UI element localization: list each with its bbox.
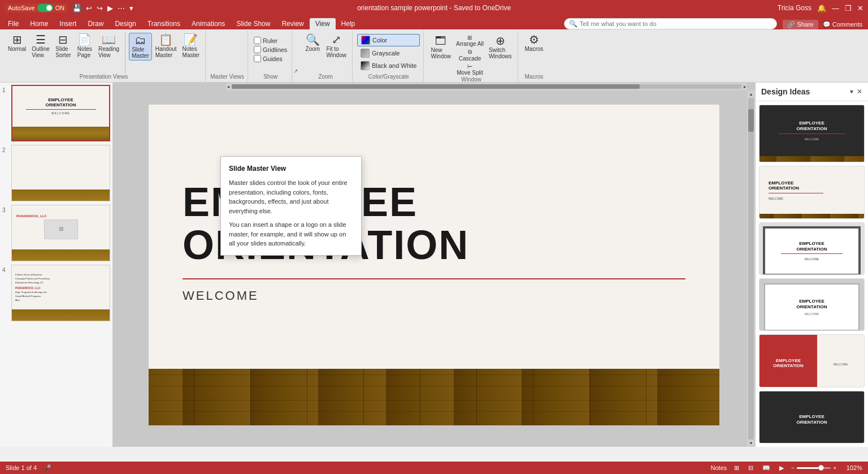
status-bar: Slide 1 of 4 🎤 Notes ⊞ ⊟ 📖 ▶ − + 102% bbox=[0, 462, 868, 474]
checkbox-gridlines[interactable]: Gridlines bbox=[253, 45, 288, 54]
btn-macros[interactable]: ⚙ Macros bbox=[523, 33, 546, 53]
btn-cascade[interactable]: ⧉ Cascade bbox=[454, 48, 485, 62]
scroll-up-btn[interactable]: ▴ bbox=[750, 92, 752, 97]
btn-fit-to-window[interactable]: ⤢ Fit toWindow bbox=[324, 33, 349, 59]
tab-slideshow[interactable]: Slide Show bbox=[231, 18, 276, 29]
design-idea-4[interactable]: EMPLOYEEORIENTATION WELCOME bbox=[759, 278, 865, 331]
btn-slide-master[interactable]: 🗂 SlideMaster bbox=[129, 33, 152, 61]
btn-arrange-all[interactable]: ⊞ Arrange All bbox=[454, 34, 485, 48]
tab-animations[interactable]: Animations bbox=[186, 18, 231, 29]
slider-thumb[interactable] bbox=[818, 465, 824, 471]
btn-notes-master[interactable]: 📝 NotesMaster bbox=[180, 33, 202, 59]
design-panel-dropdown[interactable]: ▾ bbox=[850, 88, 853, 96]
di-2-floor bbox=[760, 214, 864, 218]
design-idea-3[interactable]: EMPLOYEEORIENTATION WELCOME bbox=[759, 222, 865, 275]
slide-thumb-2[interactable]: 2 bbox=[2, 145, 110, 201]
down-icon[interactable]: ▾ bbox=[129, 4, 133, 12]
close-icon[interactable]: ✕ bbox=[857, 4, 863, 12]
autosave-toggle-on[interactable] bbox=[37, 4, 53, 12]
btn-move-split[interactable]: ⊢ Move Split bbox=[454, 63, 485, 76]
checkbox-ruler[interactable]: Ruler bbox=[253, 36, 288, 45]
design-panel-close[interactable]: ✕ bbox=[857, 88, 862, 96]
btn-color[interactable]: Color bbox=[357, 34, 420, 46]
restore-icon[interactable]: ❐ bbox=[845, 4, 852, 12]
notes-btn[interactable]: Notes bbox=[711, 464, 727, 471]
tab-view[interactable]: View bbox=[310, 18, 336, 29]
slide-thumb-3[interactable]: 3 PARADROCK, LLC 🖼 bbox=[2, 205, 110, 261]
di-1-content: EMPLOYEEORIENTATION WELCOME bbox=[760, 105, 864, 156]
canvas-subtitle[interactable]: WELCOME bbox=[183, 288, 685, 303]
tab-review[interactable]: Review bbox=[276, 18, 309, 29]
v-scroll-track[interactable] bbox=[748, 98, 754, 439]
tab-transitions[interactable]: Transitions bbox=[142, 18, 186, 29]
design-idea-5[interactable]: EMPLOYEEORIENTATION WELCOME bbox=[759, 334, 865, 387]
search-bar[interactable]: 🔍 bbox=[564, 18, 778, 29]
horizontal-scrollbar[interactable]: ◂ ▸ bbox=[226, 83, 747, 91]
autosave-toggle[interactable]: AutoSave ON bbox=[5, 3, 68, 12]
bw-swatch bbox=[361, 61, 370, 70]
redo-icon[interactable]: ↪ bbox=[97, 4, 103, 12]
scroll-left-btn[interactable]: ◂ bbox=[227, 84, 229, 89]
view-reading-btn[interactable]: 📖 bbox=[761, 464, 772, 472]
tab-home[interactable]: Home bbox=[24, 18, 54, 29]
share-icon[interactable]: 🔔 bbox=[817, 4, 826, 12]
btn-black-white[interactable]: Black and White bbox=[357, 60, 420, 71]
save-icon[interactable]: 💾 bbox=[72, 4, 81, 12]
tab-design[interactable]: Design bbox=[109, 18, 141, 29]
view-present-btn[interactable]: ▶ bbox=[778, 464, 785, 472]
btn-handout-master[interactable]: 📋 HandoutMaster bbox=[153, 33, 179, 59]
slide-preview-1[interactable]: EMPLOYEEORIENTATION WELCOME bbox=[11, 85, 110, 141]
btn-new-window[interactable]: 🗔 NewWindow bbox=[428, 34, 453, 76]
presentation-view-buttons: ⊞ Normal ☰ OutlineView ⊟ SlideSorter 📄 N… bbox=[6, 32, 202, 74]
zoom-in-btn[interactable]: + bbox=[833, 465, 836, 471]
slide-thumb-4[interactable]: 4 Policies Terms of Business Company Pol… bbox=[2, 265, 110, 321]
slide-preview-3[interactable]: PARADROCK, LLC 🖼 bbox=[11, 205, 110, 261]
di-4-box: EMPLOYEEORIENTATION WELCOME bbox=[764, 283, 860, 331]
design-idea-1[interactable]: EMPLOYEEORIENTATION WELCOME bbox=[759, 105, 865, 162]
present-icon[interactable]: ▶ bbox=[107, 4, 113, 12]
slide-thumb-1[interactable]: 1 EMPLOYEEORIENTATION WELCOME bbox=[2, 85, 110, 141]
btn-grayscale[interactable]: Grayscale bbox=[357, 48, 420, 59]
more-icon[interactable]: ⋯ bbox=[118, 4, 125, 12]
search-input[interactable] bbox=[580, 20, 682, 27]
tab-help[interactable]: Help bbox=[336, 18, 361, 29]
design-ideas-list: EMPLOYEEORIENTATION WELCOME EMPLOYEEORIE… bbox=[756, 101, 868, 447]
design-idea-2[interactable]: EMPLOYEEORIENTATION WELCOME bbox=[759, 166, 865, 218]
di-5-title: EMPLOYEEORIENTATION bbox=[773, 358, 804, 369]
tab-insert[interactable]: Insert bbox=[54, 18, 82, 29]
floor-vert-2 bbox=[250, 369, 251, 425]
comments-button[interactable]: 💬 Comments bbox=[823, 21, 862, 28]
slide-preview-2[interactable] bbox=[11, 145, 110, 201]
btn-outline-view[interactable]: ☰ OutlineView bbox=[29, 33, 52, 59]
h-scroll-track[interactable] bbox=[232, 84, 741, 89]
scroll-right-btn[interactable]: ▸ bbox=[744, 84, 746, 89]
btn-notes-page[interactable]: 📄 NotesPage bbox=[75, 33, 95, 59]
minimize-icon[interactable]: — bbox=[832, 4, 839, 12]
slide-preview-4[interactable]: Policies Terms of Business Company Polic… bbox=[11, 265, 110, 321]
design-idea-6[interactable]: EMPLOYEEORIENTATION bbox=[759, 391, 865, 443]
view-sorter-btn[interactable]: ⊟ bbox=[747, 464, 755, 472]
checkbox-guides[interactable]: Guides bbox=[253, 54, 288, 63]
tab-file[interactable]: File bbox=[2, 18, 24, 29]
btn-zoom[interactable]: 🔍 Zoom bbox=[302, 33, 323, 53]
h-scroll-thumb[interactable] bbox=[232, 84, 640, 89]
zoom-level[interactable]: 102% bbox=[842, 464, 862, 471]
btn-reading-view[interactable]: 📖 ReadingView bbox=[96, 33, 121, 59]
btn-macros-label: Macros bbox=[525, 46, 544, 52]
scroll-down-btn[interactable]: ▾ bbox=[750, 441, 752, 446]
btn-normal[interactable]: ⊞ Normal bbox=[6, 33, 28, 53]
btn-switch-windows[interactable]: ⊕ SwitchWindows bbox=[487, 34, 514, 76]
undo-icon[interactable]: ↩ bbox=[86, 4, 92, 12]
v-scroll-thumb[interactable] bbox=[748, 109, 754, 132]
zoom-slider[interactable]: − + bbox=[791, 465, 836, 471]
tab-draw[interactable]: Draw bbox=[82, 18, 109, 29]
btn-slide-sorter[interactable]: ⊟ SlideSorter bbox=[53, 33, 73, 59]
view-normal-btn[interactable]: ⊞ bbox=[732, 464, 741, 472]
slider-track[interactable] bbox=[797, 467, 831, 469]
expand-icon[interactable]: ↗ bbox=[293, 68, 298, 74]
vertical-scrollbar[interactable]: ▴ ▾ bbox=[747, 91, 755, 447]
show-expand[interactable]: ↗ bbox=[293, 31, 298, 82]
zoom-out-btn[interactable]: − bbox=[791, 465, 795, 471]
slide-canvas[interactable]: EMPLOYEE ORIENTATION WELCOME bbox=[149, 105, 719, 425]
share-button[interactable]: 🔗 Share bbox=[783, 20, 818, 29]
